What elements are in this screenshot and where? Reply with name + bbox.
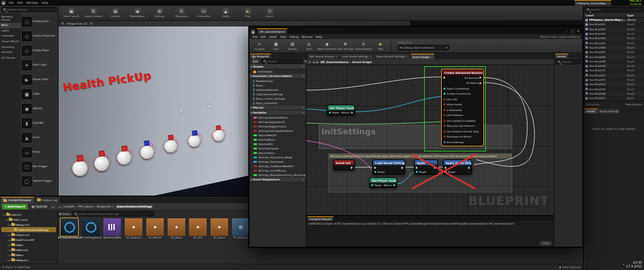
place-item-cone[interactable]: ▲ Cone [22, 131, 57, 145]
node-pin-row[interactable]: Public Connections [442, 86, 483, 91]
toolbar-cinematics-button[interactable]: ▭ Cinematics [193, 8, 214, 18]
toolbar-content-button[interactable]: ▤ Content [105, 8, 126, 18]
folder-menu[interactable]: undefined Menu [1, 252, 56, 257]
pin-icon[interactable] [445, 171, 447, 173]
node-pin-row[interactable]: On Success [442, 75, 483, 81]
blueprint-asset-tab[interactable]: DP_GameInstance [257, 28, 287, 34]
menu-file[interactable]: File [8, 1, 14, 4]
bp-menu-debug[interactable]: Debug [289, 35, 299, 38]
place-category-all-classes[interactable]: All Classes [0, 56, 21, 61]
level-tab[interactable]: FPSGame_StarterMap ✕ [575, 0, 611, 6]
place-category-cinematic[interactable]: Cinematic [0, 33, 21, 39]
my-blueprint-item-settings-invertmouse[interactable]: Settings_InvertMouse [250, 168, 306, 173]
toolbar-play-button[interactable]: ▶ Play [237, 8, 258, 18]
close-icon[interactable]: ✕ [370, 55, 372, 58]
pin-icon[interactable] [374, 171, 376, 173]
toolbar-settings-button[interactable]: ⚙ Settings [149, 8, 170, 18]
tab-output-log[interactable]: Output Log [35, 197, 60, 203]
exec-pin-icon[interactable] [480, 82, 481, 85]
blueprint-details-tab[interactable]: Details [555, 54, 568, 58]
folder-weapons[interactable]: undefined Weapons [1, 257, 56, 262]
toolbar-build-button[interactable]: ▲ Build [215, 8, 236, 18]
exec-pin-icon[interactable] [351, 167, 353, 169]
add-import-button[interactable]: + Add/Import [2, 204, 28, 209]
outliner-row[interactable]: Box Brush12 Brush [584, 73, 644, 78]
chevron-down-icon[interactable]: undefined [5, 218, 8, 221]
my-blueprint-item-volumeambient[interactable]: VolumeAmbient [250, 146, 306, 151]
tab-content-browser[interactable]: Content Browser [1, 197, 34, 203]
node-event-init[interactable]: Event Init [333, 160, 355, 170]
place-category-volumes[interactable]: Volumes [0, 50, 21, 56]
add-icon[interactable]: + [302, 111, 304, 114]
node-create-advanced-session[interactable]: Create Advanced Session On SuccessOn Fai… [442, 69, 483, 146]
pin-icon[interactable] [444, 88, 446, 90]
chevron-right-icon[interactable]: undefined [8, 249, 10, 252]
outliner-row[interactable]: Box Brush17 Brush [584, 96, 644, 100]
place-item-empty-character[interactable]: ◇ Empty Character [22, 29, 57, 44]
outliner-row[interactable]: Box Brush09 Brush [584, 59, 644, 64]
menu-help[interactable]: Help [41, 1, 49, 4]
clear-button[interactable]: Clear [540, 241, 552, 245]
node-pin-row[interactable]: Join Presence Friends Only [442, 129, 483, 134]
node-get-player-controller[interactable]: Get Player Controller Player Index Retur… [327, 105, 355, 115]
back-arrow-icon[interactable]: ← [51, 205, 55, 209]
pin-icon[interactable] [416, 171, 418, 173]
folder-character[interactable]: undefined Character [1, 232, 56, 237]
node-pin-row[interactable]: Extra Settings [442, 139, 483, 145]
my-blueprint-item-apply[interactable]: ƒApply [250, 83, 306, 88]
outliner-row[interactable]: Box Brush10 Brush [584, 64, 644, 68]
forward-arrow-icon[interactable]: → [57, 205, 62, 209]
pin-icon[interactable] [444, 93, 446, 95]
chevron-right-icon[interactable]: undefined [8, 254, 10, 257]
debug-object-dropdown[interactable]: No debug object selected ▾ [398, 45, 449, 50]
view-options-button[interactable]: ◉ View Options [559, 266, 580, 269]
asset-dp-settingssave[interactable]: DP_SettingsSave [81, 218, 100, 239]
graph-crumb-dp-gameinstance[interactable]: DP_GameInstance [321, 61, 348, 64]
chevron-right-icon[interactable]: undefined [8, 238, 10, 242]
column-label[interactable]: Label [585, 14, 627, 17]
exec-pin-icon[interactable] [468, 167, 470, 169]
outliner-row[interactable]: Box Brush02 Brush [584, 27, 644, 32]
tab-world-settings[interactable]: World Settings [598, 109, 619, 114]
node-pin-row[interactable]: Player Index Return Value [328, 110, 354, 115]
breadcrumb-blueprints[interactable]: Blueprints [97, 205, 111, 208]
menu-edit[interactable]: Edit [17, 1, 24, 4]
system-clock[interactable]: ▴ 23:55 17.3.2021 [623, 261, 642, 268]
my-blueprint-item-volumemaster[interactable]: VolumeMaster [250, 133, 306, 138]
node-pin-row[interactable]: Target [415, 170, 437, 174]
exec-pin-icon[interactable] [480, 76, 481, 79]
my-blueprint-item-settingstogglesprint[interactable]: SettingsToggleSprint [250, 120, 306, 124]
outliner-row[interactable]: Box Brush01 Brush [584, 22, 644, 26]
asset-dp-gameinstance[interactable]: DP_GameInstance [60, 218, 79, 239]
pin-icon[interactable] [351, 112, 353, 114]
folder-materials[interactable]: undefined Materials [1, 247, 56, 252]
exec-pin-icon[interactable] [416, 167, 418, 169]
graph-tab-load-saved-settings[interactable]: Load Saved Settings✕ [340, 54, 374, 59]
outliner-row[interactable]: Box Brush05 Brush [584, 40, 644, 45]
outliner-row[interactable]: Box Brush14 Brush [584, 82, 644, 86]
outliner-row[interactable]: Box Brush07 Brush [584, 50, 644, 54]
world-outliner-search[interactable] [585, 7, 643, 12]
place-item-point-light[interactable]: ✦ Point Light [22, 58, 57, 73]
place-category-geometry[interactable]: Geometry [0, 45, 21, 50]
viewport-show-icon[interactable]: ▾ [89, 21, 93, 26]
chevron-right-icon[interactable]: undefined [8, 259, 10, 262]
folder-fps-game[interactable]: undefined FPS_Game [1, 217, 56, 222]
pin-icon[interactable] [444, 98, 446, 100]
asset-pl-settings[interactable]: ⚙ PL_Settings [231, 218, 250, 239]
my-blueprint-item-settings-mousesensitivity-percentage[interactable]: Settings_MouseSensitivity_Percentage [250, 173, 306, 177]
nav-back-icon[interactable]: ◀ [313, 61, 314, 64]
graph-tab-save-current-settings[interactable]: Save Current Settings✕ [374, 54, 410, 59]
chevron-right-icon[interactable]: undefined [8, 233, 10, 237]
my-blueprint-search-input[interactable] [267, 60, 301, 63]
breadcrumb-fps-game[interactable]: FPS_Game [78, 205, 93, 208]
node-pin-row[interactable]: Target [444, 170, 471, 174]
place-item-sphere[interactable]: ● Sphere [22, 102, 57, 116]
my-blueprint-item-settingsgamepadvibration[interactable]: SettingsGamepadVibration [250, 129, 306, 133]
node-pin-row[interactable]: Is Dedicated [442, 107, 483, 113]
my-blueprint-search[interactable] [262, 59, 303, 64]
my-blueprint-item-getsoundvolume[interactable]: ƒGetSoundVolume [250, 88, 306, 92]
section-macros[interactable]: ▾ Macros + [250, 105, 306, 110]
place-item-player-start[interactable]: ▶ Player Start [22, 73, 57, 87]
place-category-visual-effects[interactable]: Visual Effects [0, 39, 21, 45]
